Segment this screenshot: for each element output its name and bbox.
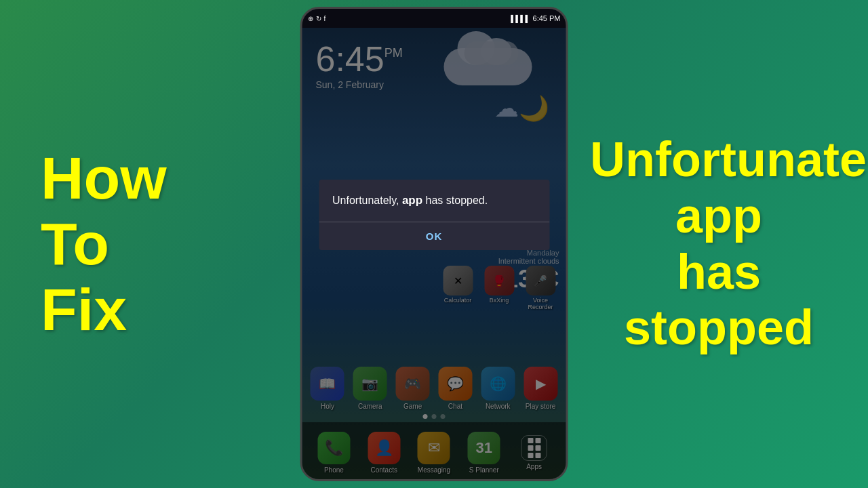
left-text-line3: Fix	[41, 277, 167, 342]
right-overlay-text: Unfortunately app has stopped	[590, 131, 848, 356]
signal-icon: ▌▌▌▌	[511, 15, 530, 22]
dialog-overlay: Unfortunately, app has stopped. OK	[302, 28, 566, 481]
dialog-app-name: app	[402, 194, 422, 207]
status-bar-right: ▌▌▌▌ 6:45 PM	[511, 14, 560, 22]
dialog-message-suffix: has stopped.	[422, 195, 488, 206]
error-dialog: Unfortunately, app has stopped. OK	[319, 180, 549, 250]
dialog-body: Unfortunately, app has stopped.	[319, 180, 549, 222]
dialog-message-prefix: Unfortunately,	[332, 195, 402, 206]
wallpaper: ☁🌙 6:45PM Sun, 2 February Mandalay Inter…	[302, 28, 566, 481]
status-bar-left: ⊕ ↻ f	[308, 15, 326, 22]
left-overlay-text: How To Fix	[41, 146, 167, 342]
right-text-line2: app	[590, 188, 848, 244]
notification-icon-1: ⊕	[308, 15, 313, 22]
notification-icon-2: ↻	[316, 15, 321, 22]
right-text-line1: Unfortunately	[590, 131, 848, 188]
left-text-line1: How	[41, 146, 167, 211]
status-time: 6:45 PM	[533, 14, 561, 22]
phone-screen: ⊕ ↻ f ▌▌▌▌ 6:45 PM ☁🌙 6:45PM Sun, 2 Febr…	[300, 7, 568, 481]
dialog-ok-button[interactable]: OK	[319, 222, 549, 250]
right-text-line3: has	[590, 244, 848, 300]
status-bar: ⊕ ↻ f ▌▌▌▌ 6:45 PM	[302, 9, 566, 28]
left-text-line2: To	[41, 211, 167, 277]
right-text-line4: stopped	[590, 300, 848, 357]
facebook-icon: f	[324, 15, 326, 22]
